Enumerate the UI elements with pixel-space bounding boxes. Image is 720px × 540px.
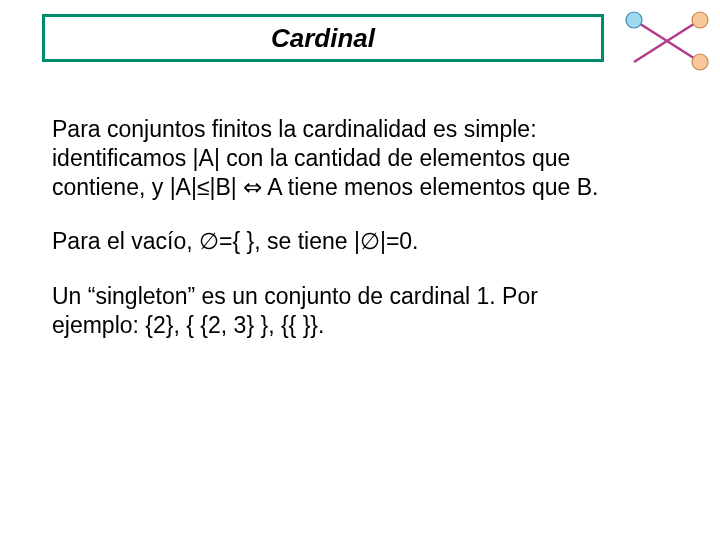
dot-icon — [692, 12, 708, 28]
slide-title: Cardinal — [271, 23, 375, 54]
paragraph: Un “singleton” es un conjunto de cardina… — [52, 282, 612, 340]
dot-icon — [626, 12, 642, 28]
corner-decoration — [622, 6, 712, 74]
dot-icon — [692, 54, 708, 70]
slide: Cardinal Para conjuntos finitos la cardi… — [0, 0, 720, 540]
paragraph: Para el vacío, ∅={ }, se tiene |∅|=0. — [52, 227, 612, 256]
body-text: Para conjuntos finitos la cardinalidad e… — [52, 115, 612, 366]
title-box: Cardinal — [42, 14, 604, 62]
paragraph: Para conjuntos finitos la cardinalidad e… — [52, 115, 612, 201]
